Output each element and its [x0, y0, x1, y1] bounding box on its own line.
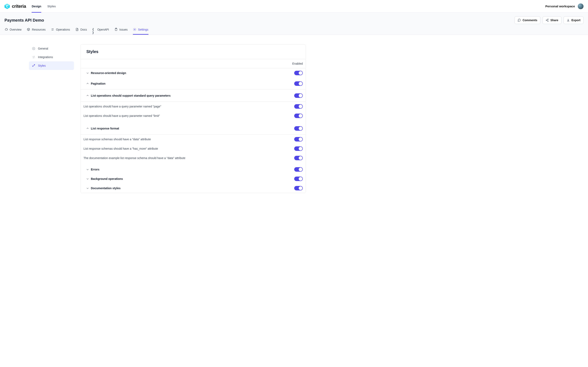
- svg-line-6: [546, 19, 548, 20]
- logo-mark-icon: C: [4, 3, 10, 9]
- swap-icon: [51, 28, 54, 31]
- svg-text:C: C: [6, 5, 8, 8]
- logo[interactable]: C criteria: [4, 3, 26, 9]
- svg-line-7: [546, 20, 548, 21]
- enabled-toggle[interactable]: [294, 114, 303, 118]
- tab-openapi[interactable]: { } OpenAPI: [92, 28, 109, 35]
- file-icon: [75, 28, 79, 31]
- style-row-label: List response schemas should have a "has…: [84, 147, 158, 150]
- svg-point-4: [546, 20, 546, 20]
- svg-point-5: [548, 21, 548, 21]
- settings-gear-icon: [32, 47, 35, 50]
- sparkle-icon: [32, 64, 35, 67]
- style-row-label: List operations should have a query para…: [84, 105, 161, 108]
- style-row-label: Documentation styles: [91, 187, 121, 190]
- style-row: List operations should have a query para…: [81, 111, 306, 123]
- enabled-toggle[interactable]: [294, 126, 303, 131]
- enabled-toggle[interactable]: [294, 176, 303, 181]
- enabled-toggle[interactable]: [294, 167, 303, 172]
- topnav-design[interactable]: Design: [32, 0, 41, 13]
- style-row[interactable]: Pagination: [81, 78, 306, 90]
- braces-icon: { }: [92, 28, 96, 31]
- enabled-toggle[interactable]: [294, 81, 303, 86]
- comments-button[interactable]: Comments: [515, 16, 540, 24]
- sidebar-item-general[interactable]: General: [29, 44, 74, 53]
- style-row-label: Background operations: [91, 177, 123, 180]
- top-nav: Design Styles: [32, 0, 56, 13]
- style-row[interactable]: List response format: [81, 123, 306, 134]
- enabled-toggle[interactable]: [294, 104, 303, 109]
- page-title: Payments API Demo: [4, 18, 44, 23]
- sidebar-item-integrations[interactable]: Integrations: [29, 53, 74, 61]
- style-row: The documentation example list response …: [81, 153, 306, 165]
- style-row-label: List response format: [91, 127, 119, 130]
- comment-icon: [518, 18, 521, 22]
- tab-docs[interactable]: Docs: [75, 28, 87, 35]
- tab-operations[interactable]: Operations: [51, 28, 70, 35]
- package-icon: [27, 28, 30, 31]
- style-row-label: Resource-oriented design: [91, 71, 126, 75]
- tab-issues[interactable]: Issues: [114, 28, 128, 35]
- style-rules-list: Resource-oriented designPaginationList o…: [81, 68, 306, 193]
- sidebar-item-styles[interactable]: Styles: [29, 61, 74, 70]
- style-row: List response schemas should have a "dat…: [81, 134, 306, 144]
- chevron-down-icon: [86, 177, 89, 180]
- chevron-up-icon: [86, 82, 89, 85]
- svg-point-11: [33, 47, 35, 50]
- svg-point-12: [33, 48, 34, 49]
- integrations-icon: [32, 55, 35, 59]
- share-icon: [545, 18, 549, 22]
- style-row-label: Pagination: [91, 82, 105, 85]
- export-button[interactable]: Export: [563, 16, 584, 24]
- gear-icon: [133, 28, 136, 31]
- enabled-toggle[interactable]: [294, 156, 303, 160]
- style-row[interactable]: Documentation styles: [81, 184, 306, 193]
- svg-point-3: [548, 19, 548, 20]
- style-row[interactable]: Errors: [81, 165, 306, 174]
- topnav-styles[interactable]: Styles: [47, 0, 56, 13]
- avatar[interactable]: [578, 3, 584, 9]
- style-row-label: List response schemas should have a "dat…: [84, 138, 151, 141]
- chevron-up-icon: [86, 94, 89, 97]
- style-row-label: List operations should support standard …: [91, 94, 171, 97]
- style-row-label: List operations should have a query para…: [84, 114, 160, 117]
- style-row[interactable]: List operations should support standard …: [81, 90, 306, 102]
- style-row[interactable]: Resource-oriented design: [81, 68, 306, 78]
- clipboard-icon: [114, 28, 118, 31]
- logo-text: criteria: [12, 4, 26, 9]
- style-row-label: Errors: [91, 168, 99, 171]
- enabled-toggle[interactable]: [294, 71, 303, 75]
- panel-title: Styles: [86, 49, 300, 54]
- tabs: Overview Resources Operations Docs { } O…: [0, 24, 588, 35]
- tab-overview[interactable]: Overview: [4, 28, 21, 35]
- chevron-up-icon: [86, 127, 89, 130]
- download-icon: [567, 18, 570, 22]
- style-row[interactable]: Background operations: [81, 174, 306, 184]
- share-button[interactable]: Share: [543, 16, 562, 24]
- workspace-label[interactable]: Personal workspace: [545, 4, 575, 8]
- chevron-down-icon: [86, 168, 89, 171]
- style-row-label: The documentation example list response …: [84, 156, 185, 160]
- chevron-down-icon: [86, 71, 89, 75]
- styles-panel: Styles Enabled Resource-oriented designP…: [80, 44, 306, 193]
- enabled-toggle[interactable]: [294, 186, 303, 191]
- style-row: List operations should have a query para…: [81, 102, 306, 111]
- settings-sidebar: General Integrations Styles: [29, 44, 74, 193]
- enabled-toggle[interactable]: [294, 137, 303, 142]
- enabled-column-header: Enabled: [292, 62, 303, 65]
- enabled-toggle[interactable]: [294, 146, 303, 151]
- tab-settings[interactable]: Settings: [133, 28, 148, 35]
- chevron-down-icon: [86, 187, 89, 190]
- svg-point-10: [134, 29, 135, 30]
- style-row: List response schemas should have a "has…: [81, 144, 306, 153]
- enabled-toggle[interactable]: [294, 93, 303, 98]
- cloud-icon: [4, 28, 8, 31]
- tab-resources[interactable]: Resources: [27, 28, 45, 35]
